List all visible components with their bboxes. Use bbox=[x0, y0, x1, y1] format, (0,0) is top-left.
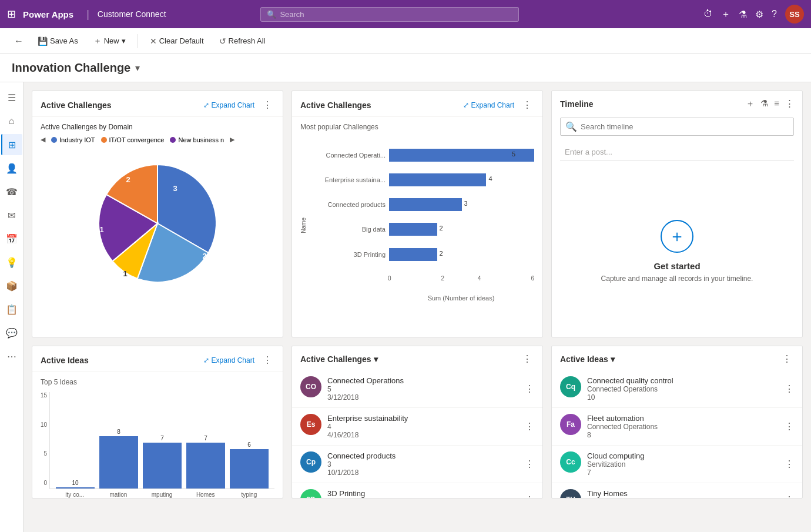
avatar[interactable]: SS bbox=[785, 5, 804, 24]
challenges-item-menu-2[interactable]: ⋮ bbox=[525, 421, 534, 432]
pie-legend-next[interactable]: ▶ bbox=[230, 136, 234, 143]
timeline-get-started-icon[interactable]: ＋ bbox=[661, 220, 693, 253]
timeline-search-bar[interactable]: 🔍 bbox=[560, 118, 794, 136]
bar-card-menu-button[interactable]: ⋮ bbox=[520, 98, 534, 112]
challenges-list-dropdown[interactable]: Active Challenges ▾ bbox=[300, 354, 378, 364]
challenges-content-3: Connected products 3 10/1/2018 bbox=[327, 451, 519, 477]
challenges-list-item-3[interactable]: Cp Connected products 3 10/1/2018 ⋮ bbox=[292, 446, 542, 483]
ideas-bar-col-2: 8 bbox=[99, 429, 138, 488]
sidebar-icon-home[interactable]: ⌂ bbox=[1, 111, 22, 132]
challenges-title-3: Connected products bbox=[327, 451, 519, 460]
ideas-sub1-2: Connected Operations bbox=[587, 423, 779, 431]
ideas-chart-title: Active Ideas bbox=[41, 356, 203, 365]
clear-default-button[interactable]: ✕ Clear Default bbox=[144, 34, 210, 49]
settings-icon[interactable]: ⚙ bbox=[755, 9, 763, 20]
ideas-chart-subtitle: Top 5 Ideas bbox=[41, 378, 274, 386]
timeline-columns-icon[interactable]: ≡ bbox=[774, 98, 779, 109]
ideas-list-dropdown[interactable]: Active Ideas ▾ bbox=[560, 354, 615, 364]
refresh-all-button[interactable]: ↺ Refresh All bbox=[213, 34, 272, 49]
ideas-x-label-4: Homes bbox=[186, 491, 225, 498]
expand-chart-icon: ⤢ bbox=[203, 101, 209, 109]
timeline-menu-icon[interactable]: ⋮ bbox=[785, 98, 794, 109]
timeline-empty-subtitle: Capture and manage all records in your t… bbox=[601, 275, 753, 283]
ideas-chart-header: Active Ideas ⤢ Expand Chart ⋮ bbox=[32, 346, 283, 372]
ideas-bar-5 bbox=[230, 449, 269, 488]
filter-icon[interactable]: ⚗ bbox=[739, 9, 747, 20]
timeline-add-icon[interactable]: ＋ bbox=[746, 98, 755, 109]
challenges-content-4: 3D Printing 2 bbox=[327, 489, 519, 498]
sidebar-icon-activities[interactable]: ☎ bbox=[1, 181, 22, 202]
sidebar-icon-calendar[interactable]: 📅 bbox=[1, 228, 22, 249]
challenges-list-body: CO Connected Operations 5 3/12/2018 ⋮ Es… bbox=[292, 370, 542, 498]
pie-card-menu-button[interactable]: ⋮ bbox=[260, 98, 274, 112]
pie-expand-chart-button[interactable]: ⤢ Expand Chart bbox=[203, 101, 254, 109]
help-icon[interactable]: ? bbox=[772, 9, 777, 19]
bar-row-3: Connected products 3 bbox=[309, 198, 534, 211]
ideas-expand-chart-button[interactable]: ⤢ Expand Chart bbox=[203, 356, 254, 364]
sidebar-icon-ideas[interactable]: 💡 bbox=[1, 252, 22, 273]
sidebar-icon-contacts[interactable]: 👤 bbox=[1, 158, 22, 179]
sidebar-icon-more[interactable]: ⋯ bbox=[1, 346, 22, 367]
pie-legend-prev[interactable]: ◀ bbox=[41, 136, 45, 143]
svg-text:2: 2 bbox=[202, 252, 206, 260]
ideas-list-item-1[interactable]: Cq Connected quality control Connected O… bbox=[552, 370, 802, 408]
challenges-list-item-1[interactable]: CO Connected Operations 5 3/12/2018 ⋮ bbox=[292, 370, 542, 408]
add-icon[interactable]: ＋ bbox=[721, 8, 730, 21]
recent-icon[interactable]: ⏱ bbox=[703, 9, 713, 19]
bar-expand-chart-button[interactable]: ⤢ Expand Chart bbox=[463, 101, 514, 109]
pie-card-body: Active Challenges by Domain ◀ Industry I… bbox=[32, 117, 283, 337]
challenges-content-1: Connected Operations 5 3/12/2018 bbox=[327, 376, 519, 401]
challenges-list-item-2[interactable]: Es Enterprise sustainability 4 4/16/2018… bbox=[292, 408, 542, 446]
challenges-list-menu-button[interactable]: ⋮ bbox=[520, 352, 534, 366]
ideas-list-item-2[interactable]: Fa Fleet automation Connected Operations… bbox=[552, 408, 802, 446]
ideas-title-2: Fleet automation bbox=[587, 414, 779, 423]
legend-dot-1 bbox=[51, 137, 57, 143]
apps-grid-icon[interactable]: ⊞ bbox=[7, 8, 16, 21]
ideas-expand-icon: ⤢ bbox=[203, 356, 209, 364]
ideas-sub2-3: 7 bbox=[587, 469, 779, 477]
ideas-sub2-2: 8 bbox=[587, 431, 779, 439]
ideas-list-menu-button[interactable]: ⋮ bbox=[780, 352, 794, 366]
timeline-search-input[interactable] bbox=[581, 122, 789, 131]
new-label: New bbox=[104, 36, 119, 45]
challenges-date-1: 3/12/2018 bbox=[327, 393, 519, 401]
sidebar-icon-dashboard[interactable]: ⊞ bbox=[1, 134, 22, 155]
sidebar-icon-chat[interactable]: 💬 bbox=[1, 322, 22, 343]
post-placeholder: Enter a post... bbox=[565, 148, 612, 156]
ideas-item-menu-4[interactable]: ⋮ bbox=[785, 494, 794, 498]
sidebar-icon-menu[interactable]: ☰ bbox=[1, 87, 22, 108]
svg-text:2: 2 bbox=[126, 175, 130, 184]
ideas-item-menu-2[interactable]: ⋮ bbox=[785, 421, 794, 432]
ideas-item-menu-1[interactable]: ⋮ bbox=[785, 383, 794, 394]
pie-card-header: Active Challenges ⤢ Expand Chart ⋮ bbox=[32, 91, 283, 117]
ideas-avatar-2: Fa bbox=[560, 414, 581, 435]
challenges-list-item-4[interactable]: 3D 3D Printing 2 ⋮ bbox=[292, 483, 542, 498]
new-button[interactable]: ＋ New ▾ bbox=[88, 33, 132, 49]
pie-card-title: Active Challenges bbox=[41, 101, 203, 110]
active-challenges-bar-card: Active Challenges ⤢ Expand Chart ⋮ Most … bbox=[291, 91, 543, 337]
timeline-filter-icon[interactable]: ⚗ bbox=[760, 98, 768, 109]
ideas-list-item-4[interactable]: TH Tiny Homes 3D Printing ⋮ bbox=[552, 483, 802, 498]
timeline-post-area[interactable]: Enter a post... bbox=[560, 144, 794, 160]
sidebar-icon-reports[interactable]: 📋 bbox=[1, 299, 22, 320]
bar-chart-area: Connected Operati... 5 Enterprise sustai… bbox=[309, 137, 534, 313]
global-search[interactable]: 🔍 Search bbox=[260, 7, 519, 22]
refresh-all-label: Refresh All bbox=[229, 36, 266, 45]
ideas-list-item-3[interactable]: Cc Cloud computing Servitization 7 ⋮ bbox=[552, 446, 802, 483]
back-button[interactable]: ← bbox=[9, 33, 28, 49]
challenges-title-4: 3D Printing bbox=[327, 489, 519, 498]
bar-chart-wrapper: Name Connected Operati... 5 Enterpris bbox=[300, 137, 534, 313]
timeline-header: Timeline ＋ ⚗ ≡ ⋮ bbox=[552, 91, 802, 114]
ideas-chart-menu-button[interactable]: ⋮ bbox=[260, 353, 274, 367]
challenges-item-menu-1[interactable]: ⋮ bbox=[525, 383, 534, 394]
sidebar-icon-catalog[interactable]: 📦 bbox=[1, 275, 22, 296]
ideas-x-label-5: typing bbox=[230, 491, 269, 498]
sidebar-icon-mail[interactable]: ✉ bbox=[1, 205, 22, 226]
challenges-item-menu-4[interactable]: ⋮ bbox=[525, 494, 534, 498]
bar-label-4: Big data bbox=[309, 226, 386, 233]
save-as-button[interactable]: 💾 Save As bbox=[32, 34, 84, 49]
nav-separator: | bbox=[86, 8, 89, 21]
ideas-item-menu-3[interactable]: ⋮ bbox=[785, 459, 794, 470]
challenges-item-menu-3[interactable]: ⋮ bbox=[525, 459, 534, 470]
title-chevron-icon[interactable]: ▾ bbox=[135, 62, 140, 73]
